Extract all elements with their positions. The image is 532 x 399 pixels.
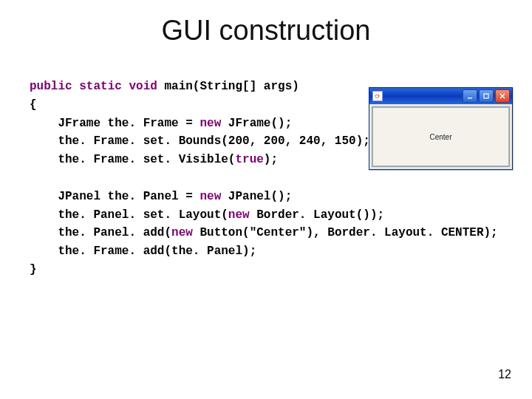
code-text: Border. Layout());	[250, 208, 384, 222]
maximize-button[interactable]	[479, 89, 494, 103]
page-number: 12	[498, 368, 511, 381]
center-button[interactable]: Center	[372, 107, 509, 166]
code-text: Button("Center"), Border. Layout. CENTER…	[193, 226, 498, 239]
code-text: {	[30, 98, 37, 112]
jpanel: Center	[372, 106, 510, 167]
keyword-public: public	[30, 80, 72, 93]
code-text: main(String[] args)	[157, 80, 299, 93]
keyword-new: new	[171, 226, 193, 239]
window-titlebar	[369, 88, 512, 104]
svg-rect-1	[484, 94, 488, 98]
code-text: JFrame();	[221, 117, 292, 130]
keyword-static: static	[79, 80, 122, 93]
minimize-button[interactable]	[463, 89, 477, 103]
code-text: }	[30, 263, 37, 276]
code-text: JFrame the. Frame =	[58, 117, 200, 130]
code-text: the. Panel. add(	[58, 226, 171, 239]
svg-rect-0	[468, 98, 472, 98]
keyword-new: new	[200, 117, 221, 130]
code-text: JPanel the. Panel =	[58, 190, 200, 203]
java-icon	[372, 91, 383, 101]
code-text: JPanel();	[221, 190, 292, 203]
close-button[interactable]	[495, 89, 510, 103]
window-buttons	[463, 89, 510, 103]
window-client-area: Center	[369, 104, 512, 169]
jframe-window: Center	[369, 87, 513, 170]
center-button-label: Center	[429, 133, 451, 141]
slide-title: GUI construction	[0, 15, 532, 47]
keyword-true: true	[235, 153, 263, 166]
code-text: );	[264, 153, 278, 166]
code-text	[122, 80, 129, 93]
keyword-new: new	[228, 208, 250, 222]
keyword-new: new	[200, 190, 221, 203]
code-text: the. Frame. add(the. Panel);	[58, 245, 256, 258]
slide: GUI construction public static void main…	[0, 0, 532, 399]
code-text: the. Frame. set. Visible(	[58, 153, 235, 166]
window-title-left	[372, 91, 386, 101]
code-text: the. Panel. set. Layout(	[58, 208, 228, 222]
code-text: the. Frame. set. Bounds(200, 200, 240, 1…	[58, 134, 369, 148]
keyword-void: void	[129, 80, 157, 93]
code-text	[72, 80, 80, 93]
